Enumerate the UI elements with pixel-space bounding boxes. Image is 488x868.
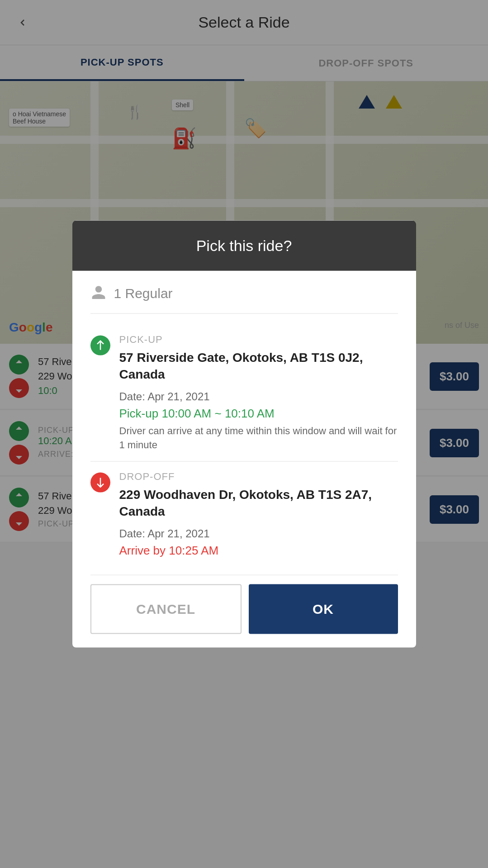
dropoff-address: 229 Woodhaven Dr, Okotoks, AB T1S 2A7, C…: [119, 486, 398, 520]
person-icon: [90, 284, 107, 302]
modal-title: Pick this ride?: [196, 237, 292, 254]
dropoff-arrive-time: Arrive by 10:25 AM: [119, 544, 398, 558]
pickup-circle-icon: [90, 335, 110, 452]
dropoff-content: DROP-OFF 229 Woodhaven Dr, Okotoks, AB T…: [119, 470, 398, 561]
pickup-note: Driver can arrive at any time within thi…: [119, 424, 398, 452]
cancel-button[interactable]: CANCEL: [90, 584, 242, 634]
ok-button[interactable]: OK: [249, 584, 398, 634]
passenger-info: 1 Regular: [90, 284, 398, 313]
modal-dialog: Pick this ride? 1 Regular PICK-U: [72, 220, 416, 648]
dropoff-circle-icon: [90, 472, 110, 561]
pickup-address: 57 Riverside Gate, Okotoks, AB T1S 0J2, …: [119, 349, 398, 383]
pickup-section: PICK-UP 57 Riverside Gate, Okotoks, AB T…: [90, 324, 398, 461]
dropoff-type-label: DROP-OFF: [119, 470, 398, 482]
dropoff-section: DROP-OFF 229 Woodhaven Dr, Okotoks, AB T…: [90, 461, 398, 570]
modal-buttons: CANCEL OK: [90, 575, 398, 634]
pickup-date: Date: Apr 21, 2021: [119, 390, 398, 403]
passenger-label: 1 Regular: [114, 285, 173, 301]
modal-header: Pick this ride?: [72, 220, 416, 270]
modal-body: 1 Regular PICK-UP 57 Riverside Gate, Oko…: [72, 270, 416, 648]
pickup-time-range: Pick-up 10:00 AM ~ 10:10 AM: [119, 407, 398, 421]
pickup-content: PICK-UP 57 Riverside Gate, Okotoks, AB T…: [119, 333, 398, 452]
dropoff-date: Date: Apr 21, 2021: [119, 527, 398, 540]
pickup-type-label: PICK-UP: [119, 333, 398, 345]
